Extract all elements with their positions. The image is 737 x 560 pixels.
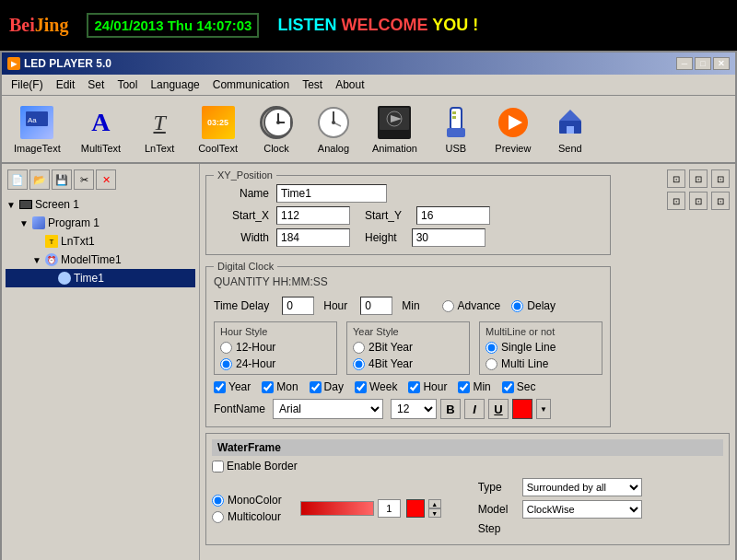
menu-edit[interactable]: Edit <box>51 76 81 93</box>
new-button[interactable]: 📄 <box>7 169 28 190</box>
tool-clock[interactable]: Clock <box>250 99 303 158</box>
open-button[interactable]: 📂 <box>29 169 50 190</box>
led-banner: BeiJing 24/01/2013 Thu 14:07:03 LISTEN W… <box>0 0 737 51</box>
mono-color-swatch[interactable] <box>406 499 425 518</box>
tool-send[interactable]: Send <box>544 99 597 158</box>
day-checkbox[interactable] <box>310 381 322 393</box>
tool-usb[interactable]: USB <box>429 99 483 158</box>
tree-item-modeltime1[interactable]: ▼ ⏰ ModelTime1 <box>6 251 195 269</box>
digital-clock-group: Digital Clock QUANTITY HH:MM:SS Time Del… <box>205 261 611 427</box>
year-checkbox[interactable] <box>214 381 226 393</box>
menu-language[interactable]: Language <box>145 76 205 93</box>
title-bar: ▶ LED PLAYER 5.0 ─ □ ✕ <box>2 52 735 75</box>
animation-label: Animation <box>372 143 417 154</box>
height-input[interactable] <box>412 228 485 247</box>
spin-up[interactable]: ▲ <box>428 499 441 508</box>
hour-checkbox[interactable] <box>408 381 420 393</box>
checkbox-row: Year Mon Day Week <box>214 380 602 393</box>
menu-tool[interactable]: Tool <box>111 76 143 93</box>
name-row: Name <box>214 184 602 203</box>
multi-line-radio[interactable] <box>485 358 497 370</box>
spin-down[interactable]: ▼ <box>428 508 441 518</box>
week-checkbox[interactable] <box>355 381 367 393</box>
sec-checkbox[interactable] <box>502 381 514 393</box>
resize-btn-4[interactable]: ⊡ <box>667 192 685 210</box>
hour-style-group: Hour Style 12-Hour 24-Hour <box>214 321 337 375</box>
slider-value-input[interactable] <box>378 499 401 518</box>
tool-cooltext[interactable]: 03:25 CoolText <box>190 99 246 158</box>
mon-checkbox[interactable] <box>262 381 274 393</box>
italic-button[interactable]: I <box>464 399 485 419</box>
delay-radio[interactable] <box>511 300 523 312</box>
type-label: Type <box>478 481 515 494</box>
tool-preview[interactable]: Preview <box>486 99 540 158</box>
underline-button[interactable]: U <box>488 399 509 419</box>
menu-communication[interactable]: Communication <box>207 76 295 93</box>
width-label: Width <box>214 231 269 244</box>
maximize-button[interactable]: □ <box>695 57 711 70</box>
resize-controls-2: ⊡ ⊡ ⊡ <box>667 192 730 210</box>
sec-checkbox-item: Sec <box>502 380 536 393</box>
delay-option: Delay <box>511 299 556 312</box>
tree-item-program1[interactable]: ▼ Program 1 <box>6 214 195 232</box>
resize-btn-2[interactable]: ⊡ <box>689 169 708 188</box>
tool-analog[interactable]: Analog <box>307 99 360 158</box>
font-name-select[interactable]: Arial <box>273 399 383 419</box>
minimize-button[interactable]: ─ <box>676 57 693 70</box>
save-button[interactable]: 💾 <box>52 169 72 190</box>
svg-text:Aa: Aa <box>28 116 37 124</box>
step-label: Step <box>478 522 515 535</box>
multi-line-option: Multi Line <box>485 357 596 370</box>
color-slider[interactable] <box>300 501 374 516</box>
4bit-radio[interactable] <box>353 358 365 370</box>
resize-btn-6[interactable]: ⊡ <box>711 192 730 210</box>
hour-value-input[interactable] <box>282 297 314 315</box>
tree-label-modeltime1: ModelTime1 <box>61 253 122 266</box>
resize-btn-3[interactable]: ⊡ <box>711 169 730 188</box>
tree-item-lntxt1[interactable]: T LnTxt1 <box>6 232 195 251</box>
svg-rect-22 <box>567 126 574 134</box>
menu-file[interactable]: File(F) <box>6 76 49 93</box>
font-name-label: FontName <box>214 402 265 415</box>
tree-item-screen1[interactable]: ▼ Screen 1 <box>6 195 195 214</box>
time-delay-row: Time Delay Hour Min Advance Delay <box>214 294 602 318</box>
bold-button[interactable]: B <box>440 399 461 419</box>
svg-point-9 <box>332 121 335 124</box>
2bit-radio[interactable] <box>353 342 365 354</box>
24hour-radio[interactable] <box>220 358 232 370</box>
type-select[interactable]: Surrounded by all <box>522 478 642 496</box>
single-line-radio[interactable] <box>485 342 497 354</box>
advance-radio[interactable] <box>442 300 454 312</box>
monocolor-radio[interactable] <box>212 495 224 507</box>
model-select[interactable]: ClockWise <box>522 500 642 519</box>
12hour-radio[interactable] <box>220 342 232 354</box>
width-input[interactable] <box>276 228 350 247</box>
resize-btn-5[interactable]: ⊡ <box>689 192 708 210</box>
window-title: LED PLAYER 5.0 <box>24 57 111 70</box>
close-button[interactable]: ✕ <box>713 57 730 70</box>
starty-input[interactable] <box>416 206 490 225</box>
min-value-input[interactable] <box>360 297 392 315</box>
name-input[interactable] <box>276 184 387 203</box>
tool-animation[interactable]: Animation <box>364 99 426 158</box>
year-style-group: Year Style 2Bit Year 4Bit Year <box>346 321 470 375</box>
menu-about[interactable]: About <box>330 76 369 93</box>
color-picker[interactable] <box>512 399 532 419</box>
color-dropdown[interactable]: ▼ <box>536 399 551 419</box>
multicolour-radio[interactable] <box>212 511 224 523</box>
font-size-select[interactable]: 12 <box>391 399 437 419</box>
menu-test[interactable]: Test <box>297 76 328 93</box>
tool-imagetext[interactable]: Aa ImageText <box>6 99 69 158</box>
copy-button[interactable]: ✂ <box>74 169 94 190</box>
menu-set[interactable]: Set <box>82 76 110 93</box>
enable-border-checkbox[interactable] <box>212 461 224 472</box>
left-panel: 📄 📂 💾 ✂ ✕ ▼ Screen 1 ▼ Program 1 <box>2 164 200 560</box>
delete-button[interactable]: ✕ <box>96 169 116 190</box>
startx-input[interactable] <box>276 206 350 225</box>
tool-lntext[interactable]: T LnText <box>133 99 186 158</box>
tree-item-time1[interactable]: Time1 <box>6 269 195 287</box>
resize-btn-1[interactable]: ⊡ <box>667 169 685 188</box>
min-checkbox[interactable] <box>458 381 470 393</box>
tool-multitext[interactable]: A MultiText <box>73 99 129 158</box>
multicolour-option: Multicolour <box>212 510 282 523</box>
